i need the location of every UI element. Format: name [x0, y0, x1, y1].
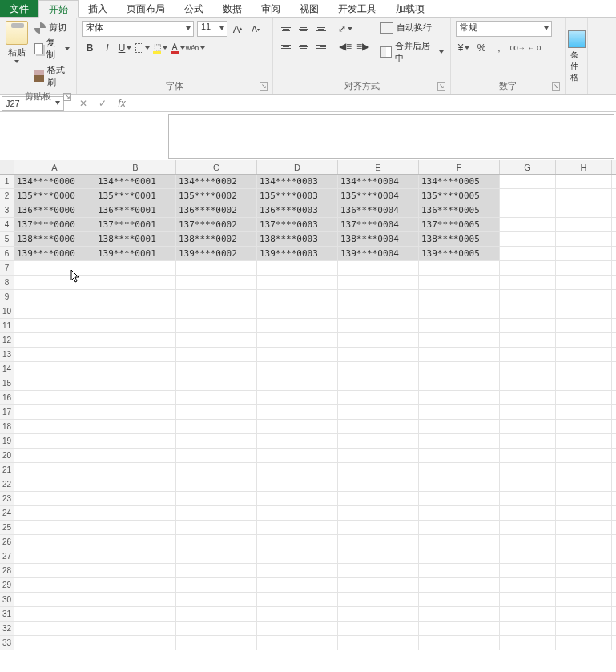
cell-H18[interactable]	[556, 420, 612, 433]
fill-color-button[interactable]: ⬚	[152, 40, 168, 56]
col-header-F[interactable]: F	[419, 160, 500, 174]
cell-E30[interactable]	[338, 593, 419, 606]
cell-D22[interactable]	[257, 477, 338, 491]
row-header-23[interactable]: 23	[0, 492, 14, 505]
cell-A15[interactable]	[14, 376, 95, 390]
cell-E9[interactable]	[338, 290, 419, 304]
cell-E33[interactable]	[338, 636, 419, 650]
cell-A8[interactable]	[14, 276, 95, 289]
cell-H28[interactable]	[556, 564, 612, 577]
cell-E11[interactable]	[338, 319, 419, 332]
cell-E17[interactable]	[338, 405, 419, 419]
cell-F19[interactable]	[419, 434, 500, 448]
cell-E18[interactable]	[338, 420, 419, 433]
tab-file[interactable]: 文件	[0, 0, 38, 17]
cell-F6[interactable]: 139****0005	[419, 247, 500, 260]
cell-F1[interactable]: 134****0005	[419, 175, 500, 188]
cell-G30[interactable]	[500, 593, 556, 606]
cell-B18[interactable]	[95, 420, 176, 433]
dialog-launcher-number[interactable]: ↘	[552, 82, 560, 91]
col-header-D[interactable]: D	[257, 160, 338, 174]
cell-G32[interactable]	[500, 622, 556, 635]
cell-F2[interactable]: 135****0005	[419, 189, 500, 203]
cell-F28[interactable]	[419, 564, 500, 577]
cell-D4[interactable]: 137****0003	[257, 218, 338, 231]
cell-F30[interactable]	[419, 593, 500, 606]
cell-E1[interactable]: 134****0004	[338, 175, 419, 188]
paste-button[interactable]: 粘贴	[5, 21, 30, 89]
cell-C14[interactable]	[176, 362, 257, 376]
cell-B32[interactable]	[95, 622, 176, 635]
cell-H22[interactable]	[556, 477, 612, 491]
row-header-29[interactable]: 29	[0, 578, 14, 592]
decrease-font-button[interactable]: A▾	[248, 21, 263, 37]
row-header-22[interactable]: 22	[0, 477, 14, 491]
cell-D24[interactable]	[257, 506, 338, 520]
cell-H23[interactable]	[556, 492, 612, 505]
cell-C12[interactable]	[176, 333, 257, 347]
row-header-13[interactable]: 13	[0, 348, 14, 361]
cell-F22[interactable]	[419, 477, 500, 491]
cell-D20[interactable]	[257, 449, 338, 462]
cell-H27[interactable]	[556, 549, 612, 563]
cell-A18[interactable]	[14, 420, 95, 433]
cell-A26[interactable]	[14, 535, 95, 549]
row-header-4[interactable]: 4	[0, 218, 14, 231]
cell-H1[interactable]	[556, 175, 612, 188]
cell-B7[interactable]	[95, 261, 176, 275]
cell-E3[interactable]: 136****0004	[338, 203, 419, 217]
cell-B29[interactable]	[95, 578, 176, 592]
row-header-8[interactable]: 8	[0, 276, 14, 289]
cell-B24[interactable]	[95, 506, 176, 520]
cell-B4[interactable]: 137****0001	[95, 218, 176, 231]
cell-D8[interactable]	[257, 276, 338, 289]
row-header-25[interactable]: 25	[0, 521, 14, 534]
align-bottom-button[interactable]	[313, 21, 329, 37]
cell-D11[interactable]	[257, 319, 338, 332]
cell-F26[interactable]	[419, 535, 500, 549]
cell-C18[interactable]	[176, 420, 257, 433]
cell-B25[interactable]	[95, 521, 176, 534]
cell-D29[interactable]	[257, 578, 338, 592]
number-format-select[interactable]: 常规	[456, 21, 552, 37]
cell-D9[interactable]	[257, 290, 338, 304]
row-header-5[interactable]: 5	[0, 232, 14, 246]
row-header-32[interactable]: 32	[0, 622, 14, 635]
cell-H31[interactable]	[556, 607, 612, 621]
cell-C5[interactable]: 138****0002	[176, 232, 257, 246]
col-header-C[interactable]: C	[176, 160, 257, 174]
cell-A6[interactable]: 139****0000	[14, 247, 95, 260]
cell-G18[interactable]	[500, 420, 556, 433]
cell-C9[interactable]	[176, 290, 257, 304]
format-painter-button[interactable]: 格式刷	[33, 63, 71, 89]
col-header-E[interactable]: E	[338, 160, 419, 174]
comma-button[interactable]: ,	[491, 40, 507, 56]
cell-G3[interactable]	[500, 203, 556, 217]
accept-formula-button[interactable]: ✓	[93, 96, 112, 111]
percent-button[interactable]: %	[473, 40, 489, 56]
cell-B14[interactable]	[95, 362, 176, 376]
cell-A7[interactable]	[14, 261, 95, 275]
row-header-16[interactable]: 16	[0, 391, 14, 404]
cell-A24[interactable]	[14, 506, 95, 520]
cell-E27[interactable]	[338, 549, 419, 563]
cell-F15[interactable]	[419, 376, 500, 390]
cell-H13[interactable]	[556, 348, 612, 361]
cell-B11[interactable]	[95, 319, 176, 332]
cell-F16[interactable]	[419, 391, 500, 404]
cell-C15[interactable]	[176, 376, 257, 390]
cell-G8[interactable]	[500, 276, 556, 289]
cell-F4[interactable]: 137****0005	[419, 218, 500, 231]
row-header-33[interactable]: 33	[0, 636, 14, 650]
cell-C24[interactable]	[176, 506, 257, 520]
cell-H2[interactable]	[556, 189, 612, 203]
cell-H5[interactable]	[556, 232, 612, 246]
cell-D31[interactable]	[257, 607, 338, 621]
cell-C17[interactable]	[176, 405, 257, 419]
cell-C20[interactable]	[176, 449, 257, 462]
cell-F10[interactable]	[419, 304, 500, 318]
cell-F31[interactable]	[419, 607, 500, 621]
cell-B12[interactable]	[95, 333, 176, 347]
cell-F29[interactable]	[419, 578, 500, 592]
decrease-indent-button[interactable]: ◀≡	[337, 38, 353, 54]
